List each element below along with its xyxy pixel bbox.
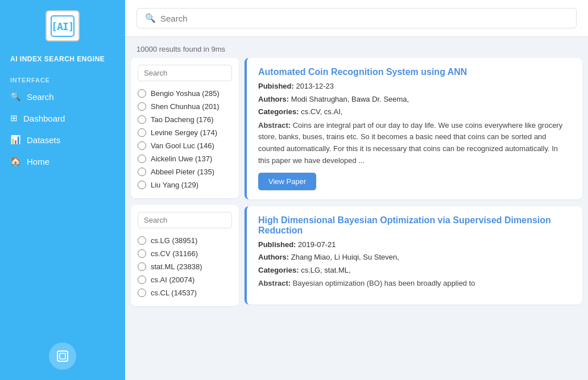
- svg-rect-3: [60, 353, 65, 359]
- result-abstract-text-1: Bayesian optimization (BO) has been broa…: [293, 279, 475, 287]
- filters-column: Bengio Yoshua (285) Shen Chunhua (201) T…: [131, 58, 245, 374]
- result-authors-value-1: Zhang Miao, Li Huiqi, Su Steven,: [291, 253, 399, 261]
- datasets-icon: 📊: [10, 135, 21, 145]
- sidebar-bottom: [0, 332, 125, 380]
- result-card-1: High Dimensional Bayesian Optimization v…: [245, 206, 582, 304]
- filter-radio-bengio[interactable]: [138, 89, 146, 98]
- filter-label-csai: cs.AI (20074): [151, 275, 194, 284]
- filter-label-aickelin: Aickelin Uwe (137): [151, 154, 212, 163]
- result-title-0[interactable]: Automated Coin Recognition System using …: [258, 67, 571, 77]
- filter-label-statml: stat.ML (23838): [151, 262, 202, 271]
- svg-text:[AI]: [AI]: [51, 20, 73, 32]
- sidebar-item-search-label: Search: [27, 92, 54, 102]
- filter-item-liuyang[interactable]: Liu Yang (129): [138, 178, 232, 191]
- filter-item-statml[interactable]: stat.ML (23838): [138, 260, 232, 273]
- filter-item-bengio[interactable]: Bengio Yoshua (285): [138, 87, 232, 100]
- result-abstract-0: Abstract: Coins are integral part of our…: [258, 120, 571, 167]
- search-box-container: 🔍: [136, 8, 577, 28]
- result-categories-0: Categories: cs.CV, cs.AI,: [258, 106, 571, 118]
- sidebar-item-home[interactable]: 🏠 Home: [0, 151, 125, 172]
- authors-filter-list: Bengio Yoshua (285) Shen Chunhua (201) T…: [138, 87, 232, 191]
- logo-icon: [AI]: [45, 10, 80, 41]
- filter-item-cslg[interactable]: cs.LG (38951): [138, 234, 232, 247]
- result-abstract-1: Abstract: Bayesian optimization (BO) has…: [258, 278, 571, 290]
- filter-label-levine: Levine Sergey (174): [151, 128, 217, 137]
- result-published-0: Pubished: 2013-12-23: [258, 81, 571, 92]
- view-paper-button-0[interactable]: View Paper: [258, 173, 316, 190]
- filter-label-cscl: cs.CL (14537): [151, 289, 197, 297]
- authors-filter-box: Bengio Yoshua (285) Shen Chunhua (201) T…: [131, 58, 239, 198]
- home-icon: 🏠: [10, 156, 21, 166]
- result-published-label-0: Pubished:: [258, 82, 294, 90]
- filter-radio-cslg[interactable]: [138, 236, 146, 245]
- filter-label-cslg: cs.LG (38951): [151, 236, 197, 245]
- result-authors-label-0: Authors:: [258, 95, 289, 103]
- filter-item-levine[interactable]: Levine Sergey (174): [138, 126, 232, 139]
- filter-radio-aickelin[interactable]: [138, 154, 146, 163]
- filter-label-liuyang: Liu Yang (129): [151, 181, 198, 189]
- result-categories-label-1: Categories:: [258, 266, 299, 274]
- sidebar-title: AI INDEX SEARCH ENGINE: [0, 52, 125, 71]
- filter-radio-vangool[interactable]: [138, 141, 146, 150]
- filter-item-cscv[interactable]: cs.CV (31166): [138, 247, 232, 260]
- filter-item-vangool[interactable]: Van Gool Luc (146): [138, 139, 232, 152]
- sidebar-logo: [AI]: [0, 0, 125, 52]
- result-authors-label-1: Authors:: [258, 253, 289, 261]
- filter-item-shen[interactable]: Shen Chunhua (201): [138, 100, 232, 113]
- sidebar-item-dashboard[interactable]: ⊞ Dashboard: [0, 107, 125, 129]
- filter-item-aickelin[interactable]: Aickelin Uwe (137): [138, 152, 232, 165]
- filter-label-bengio: Bengio Yoshua (285): [151, 89, 220, 98]
- filter-radio-shen[interactable]: [138, 102, 146, 111]
- authors-search-input[interactable]: [138, 65, 232, 81]
- result-abstract-label-1: Abstract:: [258, 279, 291, 287]
- filter-label-tao: Tao Dacheng (176): [151, 115, 214, 124]
- result-authors-1: Authors: Zhang Miao, Li Huiqi, Su Steven…: [258, 252, 571, 263]
- dashboard-icon: ⊞: [10, 113, 18, 123]
- result-published-label-1: Published:: [258, 240, 296, 249]
- main-content: 🔍 10000 results found in 9ms Bengio Yosh…: [125, 0, 588, 380]
- filter-item-abbeel[interactable]: Abbeel Pieter (135): [138, 165, 232, 178]
- sidebar-item-search[interactable]: 🔍 Search: [0, 86, 125, 107]
- filter-item-cscl[interactable]: cs.CL (14537): [138, 286, 232, 299]
- categories-filter-list: cs.LG (38951) cs.CV (31166) stat.ML (238…: [138, 234, 232, 299]
- filter-radio-liuyang[interactable]: [138, 181, 146, 189]
- result-abstract-text-0: Coins are integral part of our day to da…: [258, 121, 562, 165]
- search-icon-main: 🔍: [145, 13, 156, 23]
- svg-rect-2: [57, 351, 68, 361]
- filter-radio-abbeel[interactable]: [138, 168, 146, 176]
- search-icon: 🔍: [10, 91, 21, 102]
- result-title-1[interactable]: High Dimensional Bayesian Optimization v…: [258, 215, 571, 236]
- results-info: 10000 results found in 9ms: [125, 37, 588, 58]
- filter-label-abbeel: Abbeel Pieter (135): [151, 168, 214, 176]
- result-authors-value-0: Modi Shatrughan, Bawa Dr. Seema,: [291, 95, 409, 103]
- result-categories-1: Categories: cs.LG, stat.ML,: [258, 265, 571, 276]
- sidebar-item-datasets-label: Datasets: [27, 135, 60, 145]
- filter-radio-cscv[interactable]: [138, 249, 146, 258]
- sidebar-section-label: INTERFACE: [0, 71, 125, 86]
- result-published-1: Published: 2019-07-21: [258, 239, 571, 250]
- filter-radio-csai[interactable]: [138, 275, 146, 284]
- sidebar-item-datasets[interactable]: 📊 Datasets: [0, 129, 125, 151]
- two-col-layout: Bengio Yoshua (285) Shen Chunhua (201) T…: [125, 58, 588, 380]
- top-search-bar: 🔍: [125, 0, 588, 37]
- content-area: 10000 results found in 9ms Bengio Yoshua…: [125, 37, 588, 380]
- sidebar-item-dashboard-label: Dashboard: [23, 114, 65, 123]
- result-published-value-0: 2013-12-23: [296, 82, 334, 90]
- sidebar-item-home-label: Home: [27, 157, 49, 166]
- sidebar-bottom-button[interactable]: [49, 343, 76, 370]
- categories-search-input[interactable]: [138, 212, 232, 228]
- top-search-input[interactable]: [160, 14, 568, 23]
- filter-item-tao[interactable]: Tao Dacheng (176): [138, 113, 232, 126]
- result-categories-value-1: cs.LG, stat.ML,: [301, 266, 350, 274]
- sidebar: [AI] AI INDEX SEARCH ENGINE INTERFACE 🔍 …: [0, 0, 125, 380]
- result-categories-value-0: cs.CV, cs.AI,: [301, 107, 342, 116]
- filter-radio-tao[interactable]: [138, 115, 146, 124]
- filter-radio-cscl[interactable]: [138, 289, 146, 297]
- filter-label-cscv: cs.CV (31166): [151, 249, 198, 258]
- results-column: Automated Coin Recognition System using …: [245, 58, 582, 374]
- filter-item-csai[interactable]: cs.AI (20074): [138, 273, 232, 286]
- filter-radio-statml[interactable]: [138, 262, 146, 271]
- filter-label-shen: Shen Chunhua (201): [151, 102, 220, 111]
- filter-label-vangool: Van Gool Luc (146): [151, 141, 214, 150]
- filter-radio-levine[interactable]: [138, 128, 146, 137]
